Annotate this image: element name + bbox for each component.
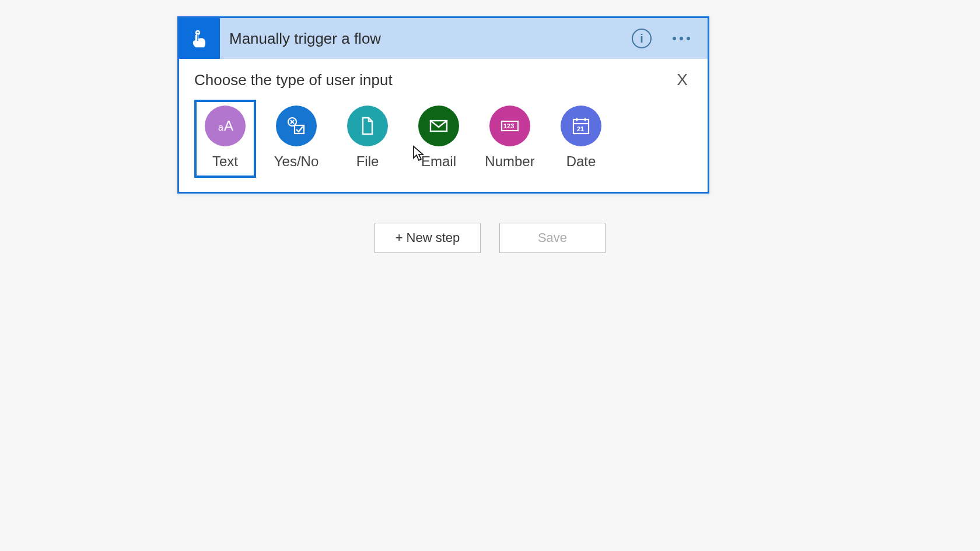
close-icon[interactable]: X [672, 69, 692, 90]
svg-text:a: a [218, 122, 223, 132]
save-button: Save [499, 223, 606, 253]
input-option-label: Date [566, 153, 596, 170]
svg-text:123: 123 [503, 122, 514, 129]
trigger-card-body: Choose the type of user input X a A Text [179, 59, 708, 192]
trigger-title: Manually trigger a flow [220, 30, 632, 48]
date-icon: 21 [561, 106, 601, 146]
input-option-date[interactable]: 21 Date [550, 100, 612, 178]
input-option-text[interactable]: a A Text [194, 100, 256, 178]
trigger-card: Manually trigger a flow i Choose the typ… [177, 16, 709, 194]
touch-icon [179, 18, 220, 59]
input-type-options: a A Text [194, 100, 692, 178]
svg-text:21: 21 [577, 125, 584, 132]
input-option-label: Email [421, 153, 456, 170]
email-icon [418, 106, 459, 146]
input-type-prompt: Choose the type of user input [194, 71, 393, 89]
file-icon [347, 106, 388, 146]
info-glyph: i [640, 32, 643, 45]
text-icon: a A [205, 106, 246, 146]
info-icon[interactable]: i [632, 29, 652, 48]
input-option-label: File [356, 153, 379, 170]
input-option-label: Text [212, 153, 238, 170]
svg-text:A: A [224, 118, 233, 134]
flow-actions: + New step Save [0, 223, 980, 253]
number-icon: 123 [489, 106, 530, 146]
trigger-card-header: Manually trigger a flow i [179, 18, 708, 59]
new-step-button[interactable]: + New step [374, 223, 481, 253]
input-option-number[interactable]: 123 Number [479, 100, 541, 178]
input-option-label: Number [485, 153, 534, 170]
input-option-label: Yes/No [274, 153, 319, 170]
more-menu-icon[interactable] [669, 33, 694, 44]
yesno-icon [276, 106, 317, 146]
input-option-file[interactable]: File [337, 100, 398, 178]
input-option-yesno[interactable]: Yes/No [265, 100, 327, 178]
input-option-email[interactable]: Email [408, 100, 470, 178]
